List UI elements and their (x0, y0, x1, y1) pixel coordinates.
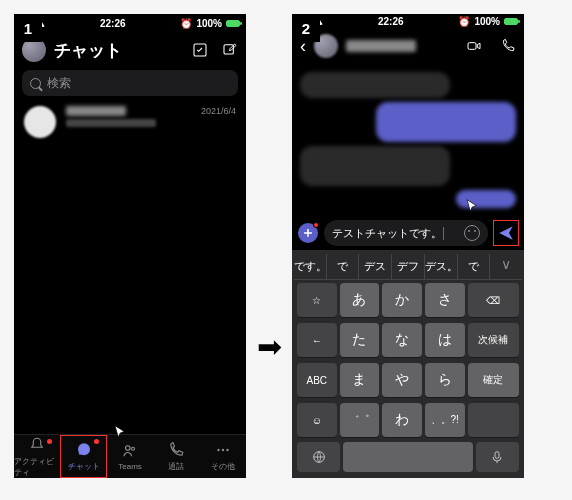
candidate[interactable]: で (327, 254, 360, 279)
bottom-nav: アクティビティ チャット Teams 通話 その他 (14, 434, 246, 478)
battery-icon (504, 18, 518, 25)
text-caret (443, 227, 444, 240)
notification-dot (313, 222, 319, 228)
more-icon (214, 441, 232, 459)
send-icon (497, 224, 515, 242)
key-star[interactable]: ☆ (297, 283, 337, 317)
video-call-icon[interactable] (466, 38, 482, 54)
candidate[interactable]: です。 (294, 254, 327, 279)
key-ha[interactable]: は (425, 323, 465, 357)
phone-icon (167, 441, 185, 459)
globe-icon (311, 449, 327, 465)
chat-date: 2021/6/4 (201, 106, 236, 138)
battery-icon (226, 20, 240, 27)
compose-icon[interactable] (222, 42, 238, 58)
add-to-chat-icon[interactable] (192, 42, 208, 58)
nav-teams[interactable]: Teams (107, 435, 153, 478)
key-dakuten[interactable]: ゛゜ (340, 403, 380, 437)
svg-point-7 (226, 449, 228, 451)
arrow-icon: ➡ (246, 129, 292, 364)
emoji-icon[interactable] (464, 225, 480, 241)
contact-name-blurred (346, 40, 416, 52)
message-input-text: テストチャットです。 (332, 226, 442, 241)
candidate-expand[interactable]: ∨ (490, 254, 522, 279)
incoming-message (300, 72, 450, 98)
contact-name-blurred (66, 106, 126, 116)
message-list[interactable] (292, 64, 524, 216)
key-ya[interactable]: や (382, 363, 422, 397)
key-wa[interactable]: わ (382, 403, 422, 437)
key-a[interactable]: あ (340, 283, 380, 317)
chat-list-item[interactable]: 2021/6/4 (14, 98, 246, 146)
key-ta[interactable]: た (340, 323, 380, 357)
key-backspace[interactable]: ⌫ (468, 283, 520, 317)
svg-rect-10 (495, 452, 499, 459)
step-badge-1: 1 (14, 14, 42, 42)
teams-icon (121, 442, 139, 460)
candidate[interactable]: デス。 (425, 254, 458, 279)
bell-icon (28, 436, 46, 454)
search-icon (30, 78, 41, 89)
nav-label-chat: チャット (68, 461, 100, 472)
search-placeholder: 検索 (47, 75, 71, 92)
battery-text: 100% (196, 18, 222, 29)
status-bar: 22:26 ⏰ 100% (292, 14, 524, 28)
message-input[interactable]: テストチャットです。 (324, 220, 488, 246)
key-sa[interactable]: さ (425, 283, 465, 317)
chat-icon (75, 441, 93, 459)
candidate[interactable]: で (458, 254, 491, 279)
candidate-bar: です。 で デス デフ デス。 で ∨ (294, 254, 522, 280)
nav-label-teams: Teams (118, 462, 142, 471)
candidate[interactable]: デス (359, 254, 392, 279)
send-button[interactable] (494, 221, 518, 245)
audio-call-icon[interactable] (500, 38, 516, 54)
keyboard: です。 で デス デフ デス。 で ∨ ☆ あ か さ ⌫ ← た な は 次候… (292, 250, 524, 478)
compose-bar: ＋ テストチャットです。 (292, 216, 524, 250)
key-abc[interactable]: ABC (297, 363, 337, 397)
add-attachment-button[interactable]: ＋ (298, 223, 318, 243)
incoming-message (300, 146, 450, 186)
notification-dot (94, 439, 99, 444)
mic-key[interactable] (476, 442, 519, 472)
svg-point-5 (217, 449, 219, 451)
globe-key[interactable] (297, 442, 340, 472)
nav-more[interactable]: その他 (200, 435, 246, 478)
key-left[interactable]: ← (297, 323, 337, 357)
nav-activity[interactable]: アクティビティ (14, 435, 60, 478)
battery-text: 100% (474, 16, 500, 27)
key-blank[interactable] (468, 403, 520, 437)
svg-point-4 (132, 447, 135, 450)
svg-point-6 (222, 449, 224, 451)
nav-chat[interactable]: チャット (60, 435, 106, 478)
notification-dot (47, 439, 52, 444)
key-ra[interactable]: ら (425, 363, 465, 397)
alarm-icon: ⏰ (180, 18, 192, 29)
keyboard-bottom-row (294, 440, 522, 476)
nav-label-more: その他 (211, 461, 235, 472)
message-preview-blurred (66, 119, 156, 127)
nav-label-calls: 通話 (168, 461, 184, 472)
key-na[interactable]: な (382, 323, 422, 357)
key-emoji[interactable]: ☺ (297, 403, 337, 437)
key-punct[interactable]: 、。?! (425, 403, 465, 437)
nav-calls[interactable]: 通話 (153, 435, 199, 478)
candidate[interactable]: デフ (392, 254, 425, 279)
step-1: 1 22:26 ⏰ 100% チャット 検索 (14, 14, 246, 478)
conversation-header: ‹ (292, 28, 524, 64)
key-ka[interactable]: か (382, 283, 422, 317)
search-input[interactable]: 検索 (22, 70, 238, 96)
contact-avatar (24, 106, 56, 138)
status-time: 22:26 (378, 16, 404, 27)
chat-list-header: チャット (14, 32, 246, 68)
step-2: 2 22:26 ⏰ 100% ‹ (292, 14, 524, 478)
key-ma[interactable]: ま (340, 363, 380, 397)
page-title: チャット (54, 39, 184, 62)
phone-screen-2: 22:26 ⏰ 100% ‹ ＋ テストチャットです。 (292, 14, 524, 478)
key-next-candidate[interactable]: 次候補 (468, 323, 520, 357)
outgoing-message (456, 190, 516, 208)
key-confirm[interactable]: 確定 (468, 363, 520, 397)
space-key[interactable] (343, 442, 473, 472)
step-badge-2: 2 (292, 14, 320, 42)
mic-icon (489, 449, 505, 465)
nav-label-activity: アクティビティ (14, 456, 60, 478)
